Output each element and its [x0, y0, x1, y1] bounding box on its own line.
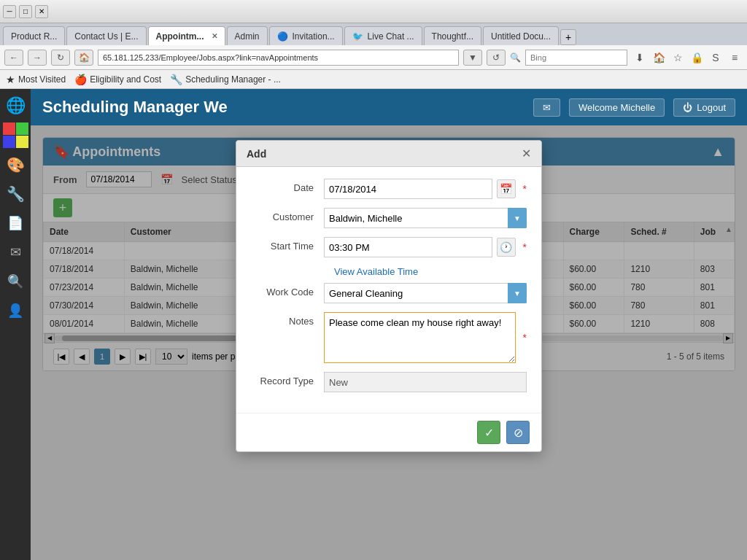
eligibility-icon: 🍎: [74, 74, 87, 85]
go-btn[interactable]: ▼: [463, 50, 482, 66]
start-time-control-wrap: 🕐 *: [324, 237, 527, 257]
download-icon[interactable]: ⬇: [632, 50, 648, 66]
time-required: *: [523, 241, 527, 253]
customer-select-wrap: Baldwin, Michelle ▼: [324, 208, 527, 228]
confirm-btn[interactable]: ✓: [477, 421, 500, 444]
tab-contact-label: Contact Us | E...: [74, 31, 138, 42]
scheduling-icon: 🔧: [170, 74, 182, 85]
color-green: [16, 122, 28, 135]
sidebar-icon-globe: 🌐: [1, 92, 29, 120]
modal-footer: ✓ ⊘: [236, 413, 541, 451]
title-bar: ─ □ ✕: [0, 0, 747, 23]
star-icon[interactable]: ☆: [670, 50, 686, 66]
modal-close-btn[interactable]: ✕: [522, 147, 531, 160]
start-time-label: Start Time: [251, 237, 324, 252]
tab-livechat[interactable]: 🐦 Live Chat ...: [344, 26, 422, 45]
date-required: *: [523, 183, 527, 195]
record-type-input: [324, 372, 527, 392]
welcome-btn: Welcome Michelle: [569, 98, 665, 117]
customer-control-wrap: Baldwin, Michelle ▼: [324, 208, 527, 228]
color-red: [3, 122, 15, 135]
welcome-label: Welcome Michelle: [578, 102, 655, 113]
bookmark-scheduling[interactable]: 🔧 Scheduling Manager - ...: [170, 74, 281, 85]
tab-thoughtful[interactable]: Thoughtf...: [424, 26, 481, 45]
tab-invitation-text: Invitation...: [293, 31, 335, 42]
app-container: 🌐 🎨 🔧 📄 ✉ 🔍 👤 Scheduling M: [0, 89, 747, 560]
menu-icon[interactable]: ≡: [727, 50, 743, 66]
notes-label: Notes: [251, 312, 324, 327]
sidebar-icon-search[interactable]: 🔍: [1, 268, 29, 295]
record-type-row: Record Type: [251, 372, 527, 392]
email-btn[interactable]: ✉: [533, 98, 560, 117]
refresh-btn[interactable]: ↺: [487, 50, 506, 66]
tab-contact[interactable]: Contact Us | E...: [66, 26, 146, 45]
tab-invitation[interactable]: 🔵 Invitation...: [269, 26, 343, 45]
notes-control-wrap: Please come clean my house right away! *: [324, 312, 527, 363]
sidebar-icon-document[interactable]: 📄: [1, 209, 29, 237]
address-input[interactable]: [98, 50, 459, 66]
modal-body: Date 📅 * Customer: [236, 167, 541, 413]
date-row: Date 📅 *: [251, 179, 527, 199]
close-btn[interactable]: ✕: [35, 5, 48, 18]
lock-icon[interactable]: 🔒: [689, 50, 705, 66]
sidebar-icon-mail[interactable]: ✉: [1, 238, 29, 266]
sidebar-icon-user[interactable]: 👤: [1, 297, 29, 324]
date-input[interactable]: [324, 179, 492, 199]
notes-row: Notes Please come clean my house right a…: [251, 312, 527, 363]
tab-untitled-label: Untitled Docu...: [491, 31, 551, 42]
bookmarks-bar: ★ Most Visited 🍎 Eligibility and Cost 🔧 …: [0, 70, 747, 89]
cancel-icon: ⊘: [514, 426, 523, 440]
tab-admin[interactable]: Admin: [227, 26, 268, 45]
home-btn[interactable]: 🏠: [74, 50, 93, 66]
new-tab-btn[interactable]: +: [560, 29, 576, 45]
bookmark-eligibility[interactable]: 🍎 Eligibility and Cost: [74, 74, 161, 85]
add-modal: Add ✕ Date 📅 *: [236, 140, 542, 452]
scheduling-label: Scheduling Manager - ...: [185, 74, 281, 85]
restore-btn[interactable]: □: [19, 5, 32, 18]
tab-untitled[interactable]: Untitled Docu...: [483, 26, 559, 45]
start-time-input[interactable]: [324, 237, 492, 257]
minimize-btn[interactable]: ─: [3, 5, 16, 18]
logout-btn[interactable]: ⏻ Logout: [673, 98, 735, 117]
most-visited-icon: ★: [6, 74, 15, 85]
work-code-select-wrap: General Cleaning ▼: [324, 283, 527, 303]
confirm-icon: ✓: [484, 426, 494, 440]
page-body: 🔖 Appointments ▲ From 📅 Select Status Ne…: [31, 125, 747, 560]
time-clock-icon[interactable]: 🕐: [497, 238, 516, 257]
tab-product[interactable]: Product R...: [3, 26, 65, 45]
tab-admin-label: Admin: [235, 31, 260, 42]
app-header: Scheduling Manager We ✉ Welcome Michelle…: [31, 89, 747, 125]
reload-btn[interactable]: ↻: [51, 50, 70, 66]
tab-livechat-text: Live Chat ...: [368, 31, 414, 42]
customer-label: Customer: [251, 208, 324, 222]
view-available-link[interactable]: View Available Time: [334, 266, 527, 277]
skype-icon[interactable]: S: [708, 50, 724, 66]
sidebar: 🌐 🎨 🔧 📄 ✉ 🔍 👤: [0, 89, 31, 560]
work-code-select[interactable]: General Cleaning: [324, 283, 527, 303]
notes-textarea[interactable]: Please come clean my house right away!: [324, 312, 516, 363]
modal-overlay: Add ✕ Date 📅 *: [31, 125, 747, 560]
search-icon: 🔍: [510, 52, 521, 63]
forward-btn[interactable]: →: [28, 50, 47, 66]
customer-select[interactable]: Baldwin, Michelle: [324, 208, 527, 228]
tab-appointments-close[interactable]: ✕: [212, 32, 217, 40]
record-type-control-wrap: [324, 372, 527, 392]
bookmark-most-visited[interactable]: ★ Most Visited: [6, 74, 66, 85]
tab-appointments[interactable]: Appointm... ✕: [148, 26, 225, 45]
email-icon: ✉: [543, 102, 551, 113]
home-icon[interactable]: 🏠: [651, 50, 667, 66]
sidebar-icon-tools[interactable]: 🔧: [1, 180, 29, 208]
record-type-label: Record Type: [251, 372, 324, 386]
color-yellow: [16, 136, 28, 148]
color-grid: [3, 122, 28, 148]
work-code-label: Work Code: [251, 283, 324, 298]
date-calendar-icon[interactable]: 📅: [497, 179, 516, 198]
back-btn[interactable]: ←: [4, 50, 23, 66]
cancel-btn[interactable]: ⊘: [506, 421, 530, 444]
search-input[interactable]: [525, 50, 627, 66]
start-time-row: Start Time 🕐 *: [251, 237, 527, 257]
work-code-control-wrap: General Cleaning ▼: [324, 283, 527, 303]
eligibility-label: Eligibility and Cost: [90, 74, 161, 85]
sidebar-icon-palette[interactable]: 🎨: [1, 151, 29, 179]
date-control-wrap: 📅 *: [324, 179, 527, 199]
